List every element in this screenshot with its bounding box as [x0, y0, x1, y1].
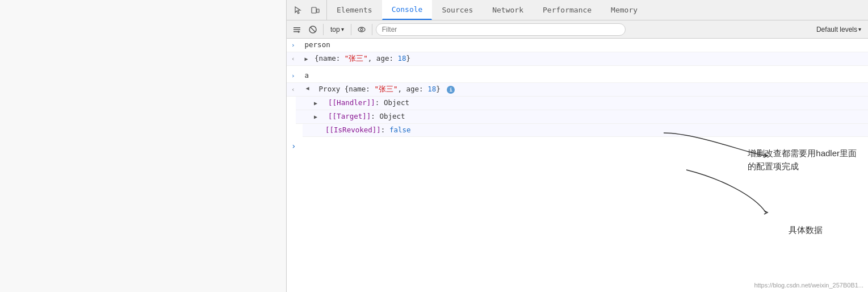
context-dropdown[interactable]: top ▾ — [327, 24, 347, 35]
device-icon[interactable] — [308, 3, 322, 17]
filter-input[interactable] — [376, 23, 626, 36]
svg-point-9 — [360, 28, 363, 31]
console-line-target: ▶ [[Target]]: Object — [296, 110, 868, 124]
svg-point-8 — [358, 27, 365, 32]
info-icon[interactable]: i — [447, 86, 455, 94]
console-toolbar: top ▾ Default levels ▾ — [287, 20, 868, 39]
console-line-person-return: ‹ ▶ {name: "张三", age: 18} — [287, 52, 868, 66]
return-arrow: ‹ — [291, 53, 300, 64]
return-arrow2: ‹ — [291, 84, 300, 95]
svg-rect-4 — [293, 31, 298, 32]
svg-rect-0 — [312, 7, 316, 13]
expand-icon[interactable]: ▶ — [305, 54, 311, 64]
toolbar-divider3 — [372, 24, 372, 35]
console-line-text: [[IsRevoked]]: false — [325, 125, 863, 135]
console-line-text: ▶ {name: "张三", age: 18} — [300, 53, 863, 64]
expand-proxy-icon[interactable]: ▼ — [303, 87, 313, 93]
console-line-text: ▶ [[Target]]: Object — [314, 111, 863, 122]
left-panel — [0, 0, 287, 292]
devtools-panel: Elements Console Sources Network Perform… — [287, 0, 868, 292]
svg-rect-2 — [293, 27, 300, 28]
tab-console[interactable]: Console — [382, 0, 433, 20]
console-output: › person ‹ ▶ {name: "张三", age: 18} › a — [287, 39, 868, 292]
tab-performance[interactable]: Performance — [533, 0, 601, 20]
chevron-down-icon2: ▾ — [858, 26, 861, 32]
console-line-isrevoked: [[IsRevoked]]: false — [303, 124, 868, 137]
console-line-proxy-return: ‹ ▼ Proxy {name: "张三", age: 18} i — [287, 83, 868, 97]
eye-icon-button[interactable] — [355, 23, 368, 36]
console-line-text: a — [300, 70, 863, 81]
input-arrow2: › — [291, 70, 300, 81]
tab-elements[interactable]: Elements — [327, 0, 382, 20]
console-line-text: ▼ Proxy {name: "张三", age: 18} i — [300, 84, 863, 95]
tab-list: Elements Console Sources Network Perform… — [327, 0, 647, 20]
chevron-down-icon: ▾ — [341, 26, 344, 32]
toolbar-divider — [323, 24, 324, 35]
expand-target-icon[interactable]: ▶ — [314, 112, 320, 122]
default-levels-button[interactable]: Default levels ▾ — [813, 24, 865, 35]
tab-bar: Elements Console Sources Network Perform… — [287, 0, 868, 20]
prompt-line: › — [287, 139, 868, 153]
expand-handler-icon[interactable]: ▶ — [314, 98, 320, 109]
svg-rect-1 — [317, 9, 319, 12]
cursor-icon[interactable] — [291, 3, 305, 17]
svg-marker-5 — [298, 31, 300, 33]
console-line-handler: ▶ [[Handler]]: Object — [296, 97, 868, 110]
watermark: https://blog.csdn.net/weixin_257B0B1... — [754, 282, 863, 289]
console-line-text: ▶ [[Handler]]: Object — [314, 98, 863, 109]
console-line-text: person — [300, 40, 863, 50]
input-arrow: › — [291, 40, 300, 51]
tab-network[interactable]: Network — [483, 0, 533, 20]
tab-memory[interactable]: Memory — [601, 0, 647, 20]
console-area: › person ‹ ▶ {name: "张三", age: 18} › a — [287, 39, 868, 292]
stop-button[interactable] — [306, 23, 320, 36]
console-line-person-input: › person — [287, 39, 868, 52]
tab-icons — [287, 0, 327, 20]
prompt-symbol: › — [291, 141, 296, 151]
svg-rect-3 — [293, 29, 300, 30]
console-line-a-input: › a — [287, 69, 868, 83]
tab-sources[interactable]: Sources — [432, 0, 483, 20]
clear-console-button[interactable] — [290, 23, 304, 36]
toolbar-divider2 — [351, 24, 351, 35]
svg-line-7 — [311, 27, 315, 32]
